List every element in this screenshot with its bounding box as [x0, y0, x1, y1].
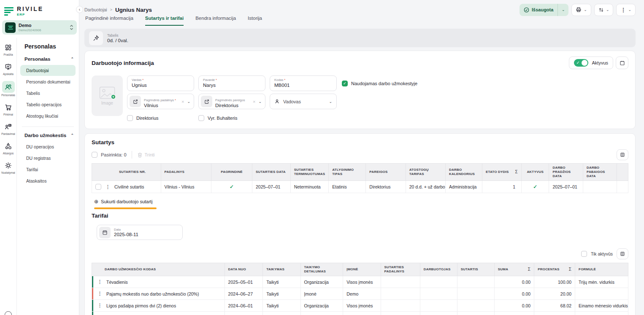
status-bar: [92, 312, 93, 315]
transfer-button[interactable]: ⌄: [594, 4, 614, 16]
sales-icon: [3, 121, 14, 132]
row-menu-icon[interactable]: ⋮: [97, 291, 102, 296]
menu-section-darbo-uzmokestis[interactable]: Darbo užmokestis ⌃: [17, 133, 79, 138]
chevron-down-icon[interactable]: ⌄: [258, 100, 262, 104]
create-contract-link[interactable]: ⊕ Sukurti darbuotojo sutartį: [94, 199, 152, 205]
page-tabs: Pagrindinė informacija Sutartys ir tarif…: [84, 16, 636, 26]
breadcrumb-parent[interactable]: Darbuotojai: [84, 7, 107, 12]
kebab-icon: ⋮: [620, 7, 626, 13]
topbar: Darbuotojai > Ugnius Narys Išsaugota ⌄ ⌄…: [84, 0, 636, 16]
tab-bendra-informacija[interactable]: Bendra informacija: [195, 16, 236, 26]
row-menu-icon[interactable]: ⋮: [97, 279, 102, 285]
rail-item-personalas[interactable]: Personalas: [0, 81, 16, 97]
shapes-icon: [3, 141, 14, 151]
rail-item-pradzia[interactable]: Pradžia: [0, 42, 16, 56]
delete-button[interactable]: Trinti: [145, 152, 155, 157]
tariff-row[interactable]: ⋮Ligos pašalpa pirmos dvi (2) dienos 202…: [92, 300, 628, 312]
rivile-logo-icon: [4, 6, 14, 16]
position-combo[interactable]: Pagrindinės pareigos Direktorius × ⌄: [198, 94, 265, 109]
sidebar-item-tabelio-operacijos[interactable]: Tabelio operacijos: [20, 99, 76, 110]
toggle-on-icon: ✓: [574, 59, 588, 67]
director-checkbox[interactable]: [127, 115, 133, 121]
tariffs-column-settings-button[interactable]: [617, 248, 628, 259]
contracts-header-row: Sutarties nr. Padalinys Pagrindinė Sutar…: [92, 164, 628, 181]
status-bar: [92, 288, 93, 299]
calendar-button[interactable]: [616, 57, 628, 69]
tariff-row[interactable]: ⋮Tėvadienis 2025–05–01 Taikyti Organizac…: [92, 276, 628, 288]
banner-value: 0d. / 0val.: [107, 38, 128, 43]
tariff-row[interactable]: ⋮Kasmetinės atostogos 2024–10–01 Taikyti…: [92, 312, 628, 315]
sidebar-item-tabelis[interactable]: Tabelis: [20, 88, 76, 99]
sidebar-collapse-button[interactable]: ‹: [76, 6, 83, 13]
row-checkbox[interactable]: [95, 184, 101, 190]
accountant-checkbox[interactable]: [198, 115, 204, 121]
select-all-checkbox[interactable]: [92, 152, 97, 158]
row-menu-icon[interactable]: ⋮: [106, 184, 110, 190]
sidebar-item-atostogu-likuciai[interactable]: Atostogų likučiai: [20, 110, 76, 121]
sidebar-item-du-registras[interactable]: DU registras: [20, 153, 76, 164]
saved-dropdown-icon[interactable]: ⌄: [557, 4, 568, 16]
workspace-name: Demo: [19, 23, 67, 28]
rail-item-apskaita[interactable]: Apskaita: [0, 62, 16, 75]
rail-item-nustatymai[interactable]: Nustatymai: [0, 160, 16, 174]
clear-icon[interactable]: ×: [181, 99, 184, 104]
more-actions-button[interactable]: ⋮ ⌄: [616, 4, 636, 16]
sidebar-item-du-operacijos[interactable]: DU operacijos: [20, 141, 76, 152]
tab-sutartys-ir-tarifai[interactable]: Sutartys ir tarifai: [145, 16, 184, 26]
plus-circle-icon: ⊕: [94, 199, 98, 205]
contracts-column-settings-button[interactable]: [617, 149, 628, 160]
tariffs-table: Darbo užmokesčio kodas Data nuo Taikymas…: [92, 263, 628, 315]
contracts-tariffs-card: Sutartys Pasirinkta: 0 Trinti Sutarties …: [84, 133, 636, 315]
contract-row[interactable]: ⋮ Civilinė sutartis Vilnius - Vilnius ✓ …: [92, 181, 628, 193]
code-field[interactable]: Kodas MB001: [270, 75, 337, 91]
report-board-icon: [3, 62, 14, 72]
gear-icon: [3, 160, 14, 170]
brand-name: RIVILE: [17, 6, 43, 12]
dashboard-icon: [3, 42, 14, 52]
menu-section-personalas[interactable]: Personalas ⌃: [17, 57, 79, 62]
first-name-field[interactable]: Vardas Ugnius: [127, 75, 194, 91]
main-content: Darbuotojai > Ugnius Narys Išsaugota ⌄ ⌄…: [79, 0, 644, 315]
clear-icon[interactable]: ×: [253, 99, 255, 104]
only-active-label: Tik aktyvūs: [591, 251, 613, 256]
add-photo-icon: +: [111, 94, 116, 100]
print-button[interactable]: ⌄: [571, 4, 591, 16]
columns-icon: [620, 251, 625, 256]
tab-istorija[interactable]: Istorija: [248, 16, 262, 26]
sidebar-item-personalo-dokumentai[interactable]: Personalo dokumentai: [20, 76, 76, 87]
cart-icon: [3, 102, 14, 112]
manager-select[interactable]: Vadovas ⌄: [270, 94, 337, 109]
rail-item-atsargos[interactable]: Atsargos: [0, 141, 16, 155]
employee-card-title: Darbuotojo informacija: [92, 60, 154, 66]
sigma-icon: Σ: [528, 267, 530, 272]
only-active-checkbox[interactable]: [581, 251, 587, 257]
active-toggle[interactable]: ✓ Aktyvus: [569, 57, 613, 69]
last-name-field[interactable]: Pavardė Narys: [198, 75, 265, 91]
trash-icon: [137, 152, 143, 158]
chevron-down-icon[interactable]: ⌄: [187, 100, 190, 104]
contracts-title: Sutartys: [92, 139, 628, 145]
sidebar-item-darbuotojai[interactable]: Darbuotojai: [20, 65, 76, 76]
chevron-up-icon: ⌃: [70, 57, 74, 61]
saved-button[interactable]: Išsaugota ⌄: [520, 4, 568, 16]
sidebar: RIVILE ERP Demo Demo20240906 Pradžia Aps…: [0, 0, 79, 315]
menu-divider: [22, 127, 74, 127]
rail-item-pardavimai[interactable]: Pardavimai: [0, 121, 16, 135]
sidebar-item-ataskaitos[interactable]: Ataskaitos: [20, 175, 76, 186]
person-icon: [274, 99, 280, 104]
sidebar-item-tarifai[interactable]: Tarifai: [20, 164, 76, 175]
printer-icon: [576, 7, 582, 13]
employee-photo-upload[interactable]: + Image: [92, 75, 123, 116]
tabelis-banner[interactable]: Tabelis 0d. / 0val.: [84, 29, 636, 47]
status-bar: [92, 276, 93, 288]
app-logo[interactable]: RIVILE ERP: [0, 0, 79, 19]
tab-pagrindine-informacija[interactable]: Pagrindinė informacija: [85, 16, 133, 26]
row-menu-icon[interactable]: ⋮: [97, 303, 102, 308]
workspace-switcher[interactable]: Demo Demo20240906: [2, 20, 77, 35]
tariff-row[interactable]: ⋮Pajamų mokestis nuo darbo užmokesčio (2…: [92, 288, 628, 300]
rail-item-pirkimai[interactable]: Pirkimai: [0, 102, 16, 116]
payroll-checkbox[interactable]: ✓: [342, 81, 348, 86]
tariff-date-field[interactable]: Data 2025-08-11: [97, 225, 183, 240]
external-link-icon: [130, 96, 141, 107]
department-combo[interactable]: Pagrindinis padalinys Vilnius × ⌄: [127, 94, 194, 109]
